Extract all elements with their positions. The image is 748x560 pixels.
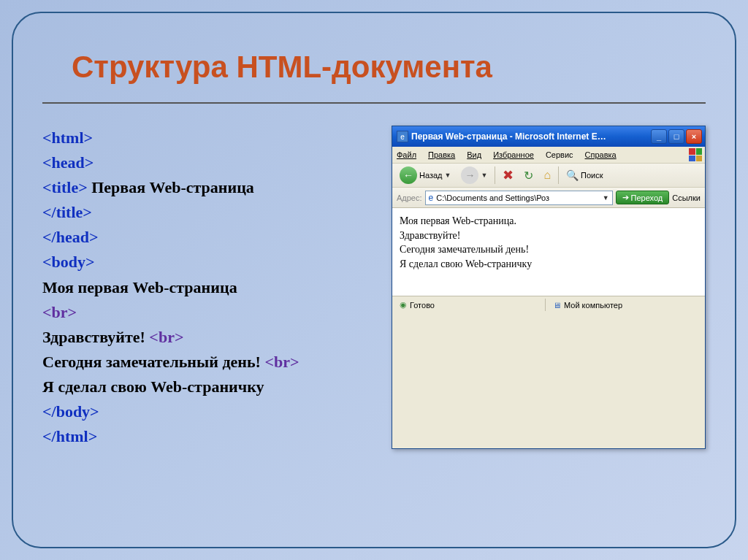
- code-text: Моя первая Web-страница: [42, 278, 237, 296]
- code-tag: </html>: [42, 427, 97, 445]
- refresh-button[interactable]: ↻: [521, 167, 536, 184]
- forward-button[interactable]: → ▼: [458, 165, 490, 185]
- status-zone-text: Мой компьютер: [564, 301, 622, 310]
- code-br-tag: <br>: [264, 353, 299, 371]
- back-button[interactable]: ← Назад ▼: [397, 165, 454, 185]
- code-tag: <html>: [42, 129, 93, 147]
- go-label: Переход: [631, 193, 663, 202]
- page-line: Сегодня замечательный день!: [400, 242, 698, 257]
- page-line: Я сделал свою Web-страничку: [400, 257, 698, 272]
- page-line: Моя первая Web-страница.: [400, 214, 698, 229]
- browser-window: e Первая Web-страница - Microsoft Intern…: [392, 126, 706, 449]
- close-button[interactable]: ×: [686, 129, 702, 144]
- code-tag: <title>: [42, 178, 88, 196]
- statusbar: ◉ Готово 🖥 Мой компьютер: [392, 296, 705, 313]
- address-input[interactable]: e C:\Documents and Settings\Роз ▼: [425, 191, 613, 205]
- go-button[interactable]: ➔ Переход: [616, 191, 670, 204]
- back-icon: ←: [400, 166, 417, 184]
- status-done-text: Готово: [410, 301, 435, 310]
- slide-title: Структура HTML-документа: [72, 50, 706, 85]
- search-icon: 🔍: [566, 169, 579, 181]
- back-label: Назад: [419, 171, 443, 180]
- menu-favorites[interactable]: Избранное: [493, 150, 534, 159]
- dropdown-icon: ▼: [481, 172, 487, 179]
- refresh-icon: ↻: [524, 169, 533, 183]
- status-done: ◉ Готово: [392, 299, 546, 311]
- done-icon: ◉: [400, 300, 407, 310]
- toolbar: ← Назад ▼ → ▼ ✖ ↻ ⌂ 🔍 Поиск: [392, 163, 705, 188]
- code-tag: </head>: [42, 228, 98, 246]
- window-title: Первая Web-страница - Microsoft Internet…: [411, 131, 651, 142]
- dropdown-icon: ▼: [445, 172, 451, 179]
- go-icon: ➔: [622, 193, 629, 202]
- maximize-button[interactable]: □: [668, 129, 684, 144]
- menu-view[interactable]: Вид: [467, 150, 481, 159]
- menu-help[interactable]: Справка: [585, 150, 617, 159]
- stop-button[interactable]: ✖: [500, 166, 516, 185]
- menu-edit[interactable]: Правка: [428, 150, 455, 159]
- code-tag: </title>: [42, 203, 92, 221]
- page-icon: e: [429, 193, 434, 203]
- links-label[interactable]: Ссылки: [672, 193, 701, 202]
- code-br-tag: <br>: [42, 303, 77, 321]
- forward-icon: →: [461, 166, 478, 184]
- windows-logo-icon: [689, 148, 702, 161]
- separator: [558, 166, 559, 184]
- code-text: Здравствуйте!: [42, 328, 149, 346]
- ie-icon: e: [397, 131, 408, 142]
- content-area: <html> <head> <title> Первая Web-страниц…: [42, 126, 706, 449]
- address-label: Адрес:: [397, 193, 422, 202]
- address-value: C:\Documents and Settings\Роз: [436, 193, 549, 202]
- stop-icon: ✖: [503, 167, 514, 183]
- search-button[interactable]: 🔍 Поиск: [563, 168, 606, 183]
- code-tag: </body>: [42, 402, 99, 421]
- window-controls: _ □ ×: [651, 129, 702, 144]
- dropdown-icon[interactable]: ▼: [603, 194, 609, 202]
- code-text: Первая Web-страница: [88, 178, 254, 196]
- code-br-tag: <br>: [149, 328, 183, 346]
- home-icon: ⌂: [543, 169, 551, 182]
- code-text: Я сделал свою Web-страничку: [42, 377, 264, 396]
- status-zone: 🖥 Мой компьютер: [546, 299, 705, 311]
- code-tag: <body>: [42, 253, 95, 271]
- slide-frame: Структура HTML-документа <html> <head> <…: [12, 12, 736, 548]
- page-line: Здравствуйте!: [400, 229, 698, 243]
- menubar: Файл Правка Вид Избранное Сервис Справка: [392, 147, 705, 163]
- page-content: Моя первая Web-страница. Здравствуйте! С…: [392, 208, 705, 296]
- separator: [495, 166, 495, 184]
- search-label: Поиск: [581, 171, 603, 180]
- menu-tools[interactable]: Сервис: [546, 150, 573, 159]
- title-divider: [42, 102, 706, 104]
- minimize-button[interactable]: _: [651, 129, 667, 144]
- computer-icon: 🖥: [553, 301, 561, 310]
- titlebar: e Первая Web-страница - Microsoft Intern…: [392, 126, 705, 147]
- code-tag: <head>: [42, 153, 94, 172]
- menu-file[interactable]: Файл: [397, 150, 416, 159]
- addressbar: Адрес: e C:\Documents and Settings\Роз ▼…: [392, 188, 705, 208]
- home-button[interactable]: ⌂: [541, 167, 554, 183]
- code-text: Сегодня замечательный день!: [42, 353, 264, 371]
- html-code-example: <html> <head> <title> Первая Web-страниц…: [42, 126, 377, 449]
